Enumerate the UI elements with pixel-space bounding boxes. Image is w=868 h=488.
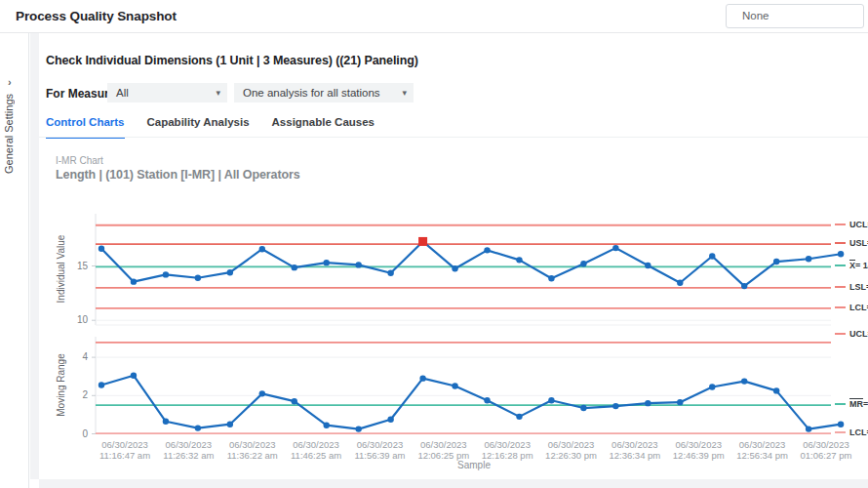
data-point[interactable]	[838, 251, 844, 257]
data-point[interactable]	[548, 397, 554, 403]
data-point[interactable]	[227, 269, 233, 275]
data-point[interactable]	[709, 253, 715, 259]
data-point[interactable]	[452, 265, 457, 271]
data-point[interactable]	[741, 378, 747, 384]
data-point[interactable]	[452, 383, 457, 388]
data-point[interactable]	[131, 278, 137, 284]
data-point[interactable]	[838, 422, 844, 427]
data-point[interactable]	[612, 245, 618, 251]
data-point[interactable]	[99, 245, 104, 251]
series-line	[101, 241, 841, 286]
data-point[interactable]	[195, 275, 201, 281]
data-point[interactable]	[292, 398, 297, 404]
data-point[interactable]	[227, 422, 233, 427]
data-point[interactable]	[677, 399, 683, 405]
data-point[interactable]	[516, 257, 522, 263]
data-point[interactable]	[324, 422, 330, 427]
data-point[interactable]	[516, 414, 522, 420]
data-point[interactable]	[548, 275, 554, 281]
data-point[interactable]	[484, 397, 490, 403]
data-point[interactable]	[259, 246, 265, 252]
data-point[interactable]	[355, 426, 361, 431]
data-point[interactable]	[387, 270, 393, 276]
data-point[interactable]	[806, 426, 811, 431]
data-point[interactable]	[806, 256, 811, 262]
data-point[interactable]	[612, 403, 618, 409]
data-point[interactable]	[163, 271, 169, 277]
data-point[interactable]	[163, 419, 169, 425]
imr-chart	[0, 0, 868, 488]
data-point[interactable]	[580, 261, 586, 266]
data-point[interactable]	[195, 425, 201, 430]
series-line	[101, 376, 841, 429]
data-point[interactable]	[709, 384, 715, 389]
data-point[interactable]	[645, 263, 651, 268]
data-point[interactable]	[99, 382, 104, 387]
out-of-control-point[interactable]	[418, 237, 427, 246]
data-point[interactable]	[259, 390, 265, 396]
data-point[interactable]	[324, 260, 330, 265]
data-point[interactable]	[387, 417, 393, 423]
data-point[interactable]	[419, 375, 425, 381]
data-point[interactable]	[677, 280, 683, 286]
data-point[interactable]	[292, 264, 297, 270]
data-point[interactable]	[131, 373, 137, 379]
data-point[interactable]	[580, 405, 586, 411]
process-quality-snapshot-page: Process Quality Snapshot None › General …	[0, 0, 868, 488]
data-point[interactable]	[645, 400, 651, 406]
data-point[interactable]	[773, 259, 779, 264]
data-point[interactable]	[484, 247, 490, 253]
data-point[interactable]	[741, 283, 747, 289]
data-point[interactable]	[773, 387, 779, 393]
data-point[interactable]	[355, 262, 361, 267]
